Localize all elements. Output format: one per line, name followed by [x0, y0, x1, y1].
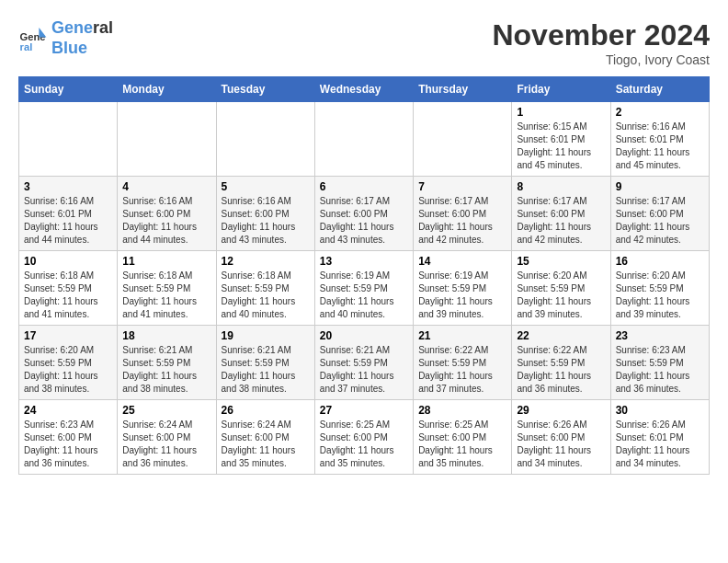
calendar-cell: 26Sunrise: 6:24 AM Sunset: 6:00 PM Dayli… [216, 400, 314, 475]
calendar-table: SundayMondayTuesdayWednesdayThursdayFrid… [18, 76, 710, 475]
day-number: 21 [418, 329, 506, 342]
logo-icon: Gene ral [18, 24, 48, 53]
logo-text-line2: Blue [51, 39, 113, 59]
day-number: 9 [616, 180, 704, 193]
calendar-cell [216, 102, 314, 177]
title-block: November 2024 Tiogo, Ivory Coast [492, 18, 710, 67]
day-info: Sunrise: 6:16 AM Sunset: 6:01 PM Dayligh… [616, 121, 704, 172]
calendar-cell: 10Sunrise: 6:18 AM Sunset: 5:59 PM Dayli… [19, 251, 118, 326]
day-number: 10 [24, 255, 112, 268]
calendar-cell: 7Sunrise: 6:17 AM Sunset: 6:00 PM Daylig… [414, 177, 512, 251]
day-number: 14 [418, 255, 506, 268]
day-number: 3 [24, 180, 112, 193]
calendar-cell: 3Sunrise: 6:16 AM Sunset: 6:01 PM Daylig… [19, 177, 118, 251]
calendar-week-row: 1Sunrise: 6:15 AM Sunset: 6:01 PM Daylig… [19, 102, 710, 177]
day-info: Sunrise: 6:18 AM Sunset: 5:59 PM Dayligh… [122, 270, 210, 321]
day-info: Sunrise: 6:15 AM Sunset: 6:01 PM Dayligh… [517, 121, 605, 172]
calendar-cell: 29Sunrise: 6:26 AM Sunset: 6:00 PM Dayli… [512, 400, 610, 475]
day-header: Wednesday [314, 77, 413, 102]
calendar-week-row: 24Sunrise: 6:23 AM Sunset: 6:00 PM Dayli… [19, 400, 710, 475]
day-number: 28 [418, 404, 506, 417]
day-header: Sunday [19, 77, 118, 102]
day-info: Sunrise: 6:21 AM Sunset: 5:59 PM Dayligh… [320, 344, 408, 396]
day-info: Sunrise: 6:16 AM Sunset: 6:00 PM Dayligh… [122, 195, 210, 247]
day-number: 22 [517, 329, 605, 342]
calendar-cell: 8Sunrise: 6:17 AM Sunset: 6:00 PM Daylig… [512, 177, 610, 251]
day-header: Tuesday [216, 77, 314, 102]
day-info: Sunrise: 6:26 AM Sunset: 6:00 PM Dayligh… [517, 419, 605, 470]
calendar-cell: 11Sunrise: 6:18 AM Sunset: 5:59 PM Dayli… [118, 251, 216, 326]
logo-text-line1: General [51, 18, 113, 39]
calendar-cell: 1Sunrise: 6:15 AM Sunset: 6:01 PM Daylig… [512, 102, 610, 177]
calendar-cell: 4Sunrise: 6:16 AM Sunset: 6:00 PM Daylig… [118, 177, 216, 251]
calendar-cell: 21Sunrise: 6:22 AM Sunset: 5:59 PM Dayli… [414, 326, 512, 400]
day-number: 5 [222, 180, 310, 193]
day-number: 13 [320, 255, 408, 268]
day-number: 24 [24, 404, 112, 417]
day-number: 7 [418, 180, 506, 193]
day-info: Sunrise: 6:21 AM Sunset: 5:59 PM Dayligh… [222, 344, 310, 396]
calendar-cell: 15Sunrise: 6:20 AM Sunset: 5:59 PM Dayli… [512, 251, 610, 326]
day-info: Sunrise: 6:22 AM Sunset: 5:59 PM Dayligh… [418, 344, 506, 396]
calendar-week-row: 10Sunrise: 6:18 AM Sunset: 5:59 PM Dayli… [19, 251, 710, 326]
calendar-cell: 19Sunrise: 6:21 AM Sunset: 5:59 PM Dayli… [216, 326, 314, 400]
day-info: Sunrise: 6:24 AM Sunset: 6:00 PM Dayligh… [222, 419, 310, 470]
day-number: 15 [517, 255, 605, 268]
page-header: Gene ral General Blue November 2024 Tiog… [18, 18, 710, 67]
day-info: Sunrise: 6:18 AM Sunset: 5:59 PM Dayligh… [24, 270, 112, 321]
day-info: Sunrise: 6:23 AM Sunset: 6:00 PM Dayligh… [24, 419, 112, 470]
day-info: Sunrise: 6:23 AM Sunset: 5:59 PM Dayligh… [616, 344, 704, 396]
day-info: Sunrise: 6:18 AM Sunset: 5:59 PM Dayligh… [222, 270, 310, 321]
calendar-cell: 23Sunrise: 6:23 AM Sunset: 5:59 PM Dayli… [610, 326, 709, 400]
calendar-cell: 25Sunrise: 6:24 AM Sunset: 6:00 PM Dayli… [118, 400, 216, 475]
calendar-cell: 24Sunrise: 6:23 AM Sunset: 6:00 PM Dayli… [19, 400, 118, 475]
day-info: Sunrise: 6:22 AM Sunset: 5:59 PM Dayligh… [517, 344, 605, 396]
calendar-cell [118, 102, 216, 177]
day-number: 29 [517, 404, 605, 417]
day-number: 6 [320, 180, 408, 193]
day-number: 26 [222, 404, 310, 417]
day-info: Sunrise: 6:17 AM Sunset: 6:00 PM Dayligh… [320, 195, 408, 247]
day-number: 18 [122, 329, 210, 342]
calendar-cell [19, 102, 118, 177]
calendar-cell [314, 102, 413, 177]
day-info: Sunrise: 6:21 AM Sunset: 5:59 PM Dayligh… [122, 344, 210, 396]
calendar-cell: 27Sunrise: 6:25 AM Sunset: 6:00 PM Dayli… [314, 400, 413, 475]
calendar-cell: 12Sunrise: 6:18 AM Sunset: 5:59 PM Dayli… [216, 251, 314, 326]
calendar-cell: 16Sunrise: 6:20 AM Sunset: 5:59 PM Dayli… [610, 251, 709, 326]
calendar-cell: 17Sunrise: 6:20 AM Sunset: 5:59 PM Dayli… [19, 326, 118, 400]
calendar-cell: 2Sunrise: 6:16 AM Sunset: 6:01 PM Daylig… [610, 102, 709, 177]
day-info: Sunrise: 6:25 AM Sunset: 6:00 PM Dayligh… [320, 419, 408, 470]
day-header: Friday [512, 77, 610, 102]
day-number: 17 [24, 329, 112, 342]
day-number: 8 [517, 180, 605, 193]
day-header: Thursday [414, 77, 512, 102]
calendar-cell: 9Sunrise: 6:17 AM Sunset: 6:00 PM Daylig… [610, 177, 709, 251]
day-number: 12 [222, 255, 310, 268]
logo: Gene ral General Blue [18, 18, 113, 58]
calendar-cell: 5Sunrise: 6:16 AM Sunset: 6:00 PM Daylig… [216, 177, 314, 251]
day-info: Sunrise: 6:20 AM Sunset: 5:59 PM Dayligh… [24, 344, 112, 396]
day-info: Sunrise: 6:25 AM Sunset: 6:00 PM Dayligh… [418, 419, 506, 470]
calendar-cell: 30Sunrise: 6:26 AM Sunset: 6:01 PM Dayli… [610, 400, 709, 475]
calendar-week-row: 17Sunrise: 6:20 AM Sunset: 5:59 PM Dayli… [19, 326, 710, 400]
day-header: Monday [118, 77, 216, 102]
day-number: 16 [616, 255, 704, 268]
calendar-header-row: SundayMondayTuesdayWednesdayThursdayFrid… [19, 77, 710, 102]
day-number: 23 [616, 329, 704, 342]
calendar-cell: 20Sunrise: 6:21 AM Sunset: 5:59 PM Dayli… [314, 326, 413, 400]
day-number: 19 [222, 329, 310, 342]
calendar-cell: 22Sunrise: 6:22 AM Sunset: 5:59 PM Dayli… [512, 326, 610, 400]
day-number: 27 [320, 404, 408, 417]
day-info: Sunrise: 6:17 AM Sunset: 6:00 PM Dayligh… [517, 195, 605, 247]
day-number: 25 [122, 404, 210, 417]
day-info: Sunrise: 6:20 AM Sunset: 5:59 PM Dayligh… [616, 270, 704, 321]
calendar-cell: 28Sunrise: 6:25 AM Sunset: 6:00 PM Dayli… [414, 400, 512, 475]
svg-text:ral: ral [20, 40, 33, 52]
day-info: Sunrise: 6:19 AM Sunset: 5:59 PM Dayligh… [418, 270, 506, 321]
day-number: 30 [616, 404, 704, 417]
calendar-cell: 6Sunrise: 6:17 AM Sunset: 6:00 PM Daylig… [314, 177, 413, 251]
day-info: Sunrise: 6:20 AM Sunset: 5:59 PM Dayligh… [517, 270, 605, 321]
day-number: 11 [122, 255, 210, 268]
day-header: Saturday [610, 77, 709, 102]
